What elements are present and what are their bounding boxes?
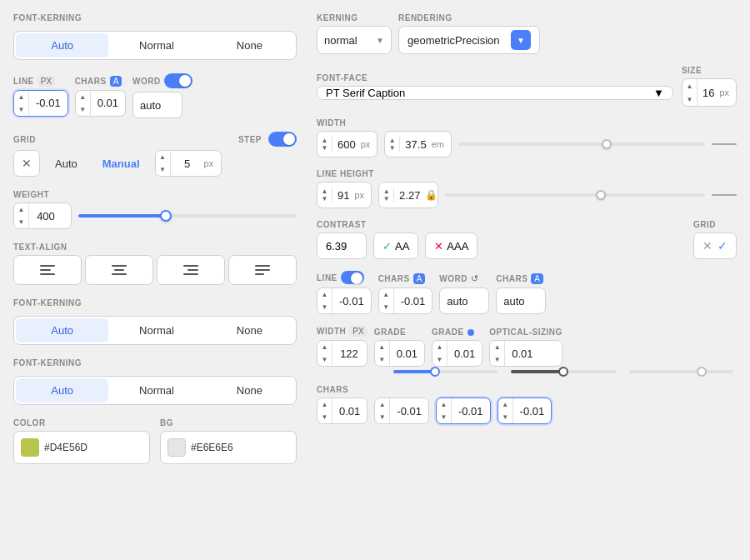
- cb2-down-btn[interactable]: ▼: [375, 411, 389, 423]
- wb-down-btn[interactable]: ▼: [318, 353, 332, 366]
- step-spinner[interactable]: ▲ ▼ 5 px: [155, 150, 222, 177]
- kerning-none-btn[interactable]: None: [203, 32, 296, 59]
- line-down-btn[interactable]: ▼: [14, 103, 28, 116]
- grid-manual-btn[interactable]: Manual: [92, 150, 150, 177]
- width-bottom-value: 122: [332, 348, 366, 360]
- bg-box[interactable]: #E6E6E6: [160, 431, 297, 464]
- grade1-slider[interactable]: [393, 370, 498, 373]
- line-up-btn[interactable]: ▲: [14, 91, 28, 103]
- kerning2-normal-btn[interactable]: Normal: [110, 317, 202, 344]
- cb1-up-btn[interactable]: ▲: [318, 398, 332, 411]
- os-up-btn[interactable]: ▲: [490, 341, 504, 353]
- chars-b2-spinner[interactable]: ▲ ▼ -0.01: [374, 398, 429, 424]
- grade1-spinner[interactable]: ▲ ▼ 0.01: [374, 340, 425, 367]
- line-height-val1-input[interactable]: ▲ ▼ 91 px: [317, 182, 372, 208]
- word2-label: WORD: [439, 274, 468, 283]
- grid-auto-btn[interactable]: Auto: [45, 150, 88, 177]
- align-center-btn[interactable]: [85, 255, 153, 285]
- word2-input[interactable]: auto: [439, 288, 489, 314]
- lh-down-btn[interactable]: ▼: [318, 195, 332, 202]
- chars2-spinner[interactable]: ▲ ▼ -0.01: [378, 288, 433, 314]
- width-bottom-spinner[interactable]: ▲ ▼ 122: [317, 340, 368, 367]
- color-box[interactable]: #D4E56D: [13, 431, 150, 464]
- align-justify-btn[interactable]: [228, 255, 297, 285]
- kerning3-none-btn[interactable]: None: [203, 377, 296, 404]
- line-height-val2-input[interactable]: ▲ ▼ 2.27 🔒: [378, 182, 438, 208]
- weight-down-btn[interactable]: ▼: [14, 216, 28, 228]
- chars-spinner[interactable]: ▲ ▼ 0.01: [75, 90, 126, 117]
- line2-down-btn[interactable]: ▼: [318, 301, 332, 313]
- optical-slider[interactable]: [629, 370, 733, 373]
- lh-val1: 91: [332, 189, 354, 202]
- word-toggle[interactable]: [164, 73, 192, 88]
- word-input[interactable]: auto: [132, 92, 182, 118]
- size-down-btn[interactable]: ▼: [682, 92, 697, 106]
- g2-down-btn[interactable]: ▼: [432, 353, 447, 366]
- size-up-btn[interactable]: ▲: [682, 79, 697, 92]
- grade2-slider[interactable]: [511, 370, 615, 373]
- chars2-down-btn[interactable]: ▼: [379, 301, 393, 313]
- width-up-btn[interactable]: ▲: [318, 137, 332, 144]
- chars-b4-spinner[interactable]: ▲ ▼ -0.01: [498, 398, 552, 424]
- align-right-btn[interactable]: [157, 255, 225, 285]
- kerning-auto-btn[interactable]: Auto: [16, 33, 108, 58]
- weight-value: 400: [29, 210, 62, 222]
- align-left-btn[interactable]: [13, 255, 82, 285]
- width-down-btn[interactable]: ▼: [318, 144, 332, 152]
- line-spinner[interactable]: ▲ ▼ -0.01: [13, 90, 68, 117]
- kerning3-normal-btn[interactable]: Normal: [110, 377, 202, 404]
- grid-x-icon[interactable]: ✕: [702, 239, 712, 252]
- g1-down-btn[interactable]: ▼: [375, 353, 389, 366]
- g2-up-btn[interactable]: ▲: [432, 341, 447, 353]
- cb4-down-btn[interactable]: ▼: [498, 411, 512, 423]
- cb1-down-btn[interactable]: ▼: [318, 411, 332, 423]
- lh2-down-btn[interactable]: ▼: [379, 195, 393, 202]
- line2-toggle[interactable]: [341, 271, 364, 284]
- kerning-normal-btn[interactable]: Normal: [110, 32, 202, 59]
- chars-down-btn[interactable]: ▼: [76, 103, 90, 116]
- weight-thumb[interactable]: [160, 210, 172, 222]
- step-toggle[interactable]: [268, 132, 297, 147]
- width2-down-btn[interactable]: ▼: [385, 144, 399, 152]
- rendering-select[interactable]: geometricPrecision ▼: [398, 26, 540, 54]
- lh-slider[interactable]: [445, 193, 705, 197]
- kerning2-none-btn[interactable]: None: [203, 317, 296, 344]
- optical-sizing-spinner[interactable]: ▲ ▼ 0.01: [489, 340, 562, 367]
- wb-up-btn[interactable]: ▲: [318, 341, 332, 353]
- width2-up-btn[interactable]: ▲: [385, 137, 399, 144]
- size-input[interactable]: ▲ ▼ 16 px: [682, 78, 737, 107]
- g1-up-btn[interactable]: ▲: [375, 341, 389, 353]
- line2-up-btn[interactable]: ▲: [318, 288, 332, 301]
- width-unit1: px: [361, 139, 378, 149]
- cb2-up-btn[interactable]: ▲: [375, 398, 389, 411]
- os-down-btn[interactable]: ▼: [490, 353, 504, 366]
- width-val2-input[interactable]: ▲ ▼ 37.5 em: [384, 131, 452, 158]
- width-val1-input[interactable]: ▲ ▼ 600 px: [317, 131, 378, 158]
- grid-check-icon[interactable]: ✓: [718, 239, 728, 252]
- chars2-up-btn[interactable]: ▲: [379, 288, 393, 301]
- chars-up-btn[interactable]: ▲: [76, 91, 90, 103]
- kerning3-auto-btn[interactable]: Auto: [16, 378, 108, 402]
- chars-b3-spinner[interactable]: ▲ ▼ -0.01: [436, 398, 491, 424]
- step-down-btn[interactable]: ▼: [156, 163, 170, 176]
- line2-spinner[interactable]: ▲ ▼ -0.01: [317, 288, 372, 314]
- font-face-select[interactable]: PT Serif Caption ▼: [317, 86, 673, 100]
- chars3-input[interactable]: auto: [496, 288, 546, 314]
- weight-up-btn[interactable]: ▲: [14, 203, 28, 216]
- kerning-label: KERNING: [317, 13, 392, 22]
- grid-x-btn[interactable]: ✕: [13, 150, 40, 177]
- kerning-select[interactable]: normal ▼: [317, 26, 392, 54]
- grade2-spinner[interactable]: ▲ ▼ 0.01: [432, 340, 482, 367]
- weight-slider[interactable]: [78, 202, 297, 229]
- weight-spinner[interactable]: ▲ ▼ 400: [13, 202, 72, 229]
- cb4-up-btn[interactable]: ▲: [498, 398, 512, 411]
- chars-bottom-section: CHARS ▲ ▼ 0.01 ▲ ▼ -0.01: [317, 385, 737, 424]
- width-slider[interactable]: [458, 142, 705, 146]
- cb3-down-btn[interactable]: ▼: [437, 411, 451, 423]
- cb3-up-btn[interactable]: ▲: [437, 398, 451, 411]
- chars-b1-spinner[interactable]: ▲ ▼ 0.01: [317, 398, 368, 424]
- step-up-btn[interactable]: ▲: [156, 151, 170, 163]
- lh-up-btn[interactable]: ▲: [318, 188, 332, 195]
- kerning2-auto-btn[interactable]: Auto: [16, 318, 108, 342]
- lh2-up-btn[interactable]: ▲: [379, 188, 393, 195]
